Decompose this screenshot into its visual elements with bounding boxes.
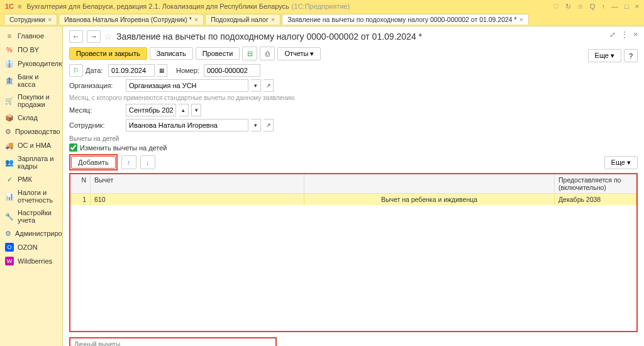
doc-title: Заявление на вычеты по подоходному налог… [116, 31, 422, 42]
calendar-icon[interactable]: ▦ [157, 64, 167, 77]
sidebar-item-poby[interactable]: %ПО BY [0, 43, 62, 57]
sidebar-item-salary[interactable]: 👥Зарплата и кадры [0, 152, 62, 172]
number-input[interactable] [204, 64, 260, 77]
personal-deduction-box: Личный вычеты Изменить личный вычет Код:… [69, 337, 277, 346]
max-icon[interactable]: □ [625, 3, 629, 11]
dropdown-icon[interactable]: ▾ [251, 119, 261, 131]
sidebar-item-production[interactable]: ⚙Производство [0, 125, 62, 138]
tabs-bar: Сотрудники× Иванова Наталья Игоревна (Со… [0, 13, 644, 26]
emp-input[interactable] [126, 119, 248, 131]
title-bar: 1С ≡ Бухгалтерия для Беларуси, редакция … [0, 0, 644, 13]
sidebar-item-ozon[interactable]: OOZON [0, 240, 62, 254]
tab-employees[interactable]: Сотрудники× [4, 14, 57, 25]
month-input[interactable] [126, 104, 176, 116]
close-icon[interactable]: × [271, 16, 275, 23]
gear-icon: ⚙ [5, 229, 11, 238]
open-icon[interactable]: ↗ [264, 119, 274, 131]
reports-button[interactable]: Отчеты ▾ [277, 47, 321, 60]
spinner-down-icon[interactable]: ▾ [191, 104, 201, 116]
sidebar-item-assets[interactable]: 🚚ОС и НМА [0, 138, 62, 152]
personal-section-label: Личный вычеты [74, 341, 272, 346]
more-button[interactable]: Еще ▾ [588, 49, 621, 62]
org-input[interactable] [126, 79, 248, 92]
menu-icon[interactable]: ≡ [18, 3, 21, 10]
bell-icon[interactable]: ♡ [553, 3, 559, 11]
child-section-label: Вычеты на детей [69, 135, 638, 142]
wrench-icon: 🔧 [5, 212, 14, 221]
date-label: Дата: [86, 67, 106, 74]
col-v: Вычет [91, 174, 304, 193]
check-icon: ✓ [5, 175, 14, 184]
sidebar-item-bank[interactable]: 🏦Банк и касса [0, 70, 62, 91]
change-child-label: Изменить вычеты на детей [80, 144, 167, 152]
flag-icon[interactable]: ⚐ [69, 64, 83, 77]
post-button[interactable]: Провести [196, 47, 240, 60]
open-icon[interactable]: ↗ [264, 79, 274, 92]
tab-employee-card[interactable]: Иванова Наталья Игоревна (Сотрудник) *× [58, 14, 204, 25]
write-button[interactable]: Записать [150, 47, 193, 60]
star-icon[interactable]: ☆ [577, 3, 584, 11]
close-icon[interactable]: × [194, 16, 198, 23]
close-icon[interactable]: × [48, 16, 52, 23]
favorite-icon[interactable]: ☆ [104, 31, 113, 42]
sidebar-item-main[interactable]: ≡Главное [0, 29, 62, 43]
table-row[interactable]: 1 610 Вычет на ребенка и иждивенца Декаб… [70, 194, 636, 205]
sidebar-item-sales[interactable]: 🛒Покупки и продажи [0, 91, 62, 111]
org-label: Организация: [69, 82, 123, 89]
dropdown-icon[interactable]: ▾ [251, 79, 261, 92]
sidebar-item-settings[interactable]: 🔧Настройки учета [0, 206, 62, 226]
percent-icon: % [5, 45, 14, 54]
toolbar: Провести и закрыть Записать Провести ⊟ ⎙… [69, 47, 638, 60]
move-down-icon[interactable]: ↓ [140, 155, 155, 169]
sidebar: ≡Главное %ПО BY 👔Руководителю 🏦Банк и ка… [0, 26, 63, 346]
forward-button[interactable]: → [87, 30, 101, 43]
table-more-button[interactable]: Еще ▾ [604, 156, 638, 169]
manager-icon: 👔 [5, 59, 14, 68]
add-button[interactable]: Добавить [71, 156, 116, 169]
menu-dots-icon[interactable]: ⋮ [621, 30, 628, 39]
spinner-up-icon[interactable]: ▴ [179, 104, 189, 116]
help-button[interactable]: ? [624, 49, 638, 62]
col-end: Предоставляется по (включительно) [555, 174, 636, 193]
hint-text: Месяц, с которого применяются стандартны… [69, 94, 638, 101]
print-icon[interactable]: ⎙ [260, 47, 275, 60]
dk-icon[interactable]: ⊟ [242, 47, 257, 60]
deductions-table: N Вычет Предоставляется по (включительно… [69, 173, 638, 332]
open-icon[interactable]: ⤢ [609, 30, 616, 39]
sidebar-item-wildberries[interactable]: WWildberries [0, 254, 62, 268]
box-icon: 📦 [5, 113, 14, 122]
truck-icon: 🚚 [5, 141, 14, 150]
cart-icon: 🛒 [5, 96, 14, 105]
close-doc-icon[interactable]: × [633, 30, 638, 39]
emp-label: Сотрудник: [69, 121, 123, 129]
sidebar-item-manager[interactable]: 👔Руководителю [0, 57, 62, 70]
ozon-icon: O [5, 243, 14, 252]
history-icon[interactable]: ↻ [565, 3, 571, 11]
close-icon[interactable]: × [519, 16, 523, 23]
number-label: Номер: [176, 67, 201, 74]
back-button[interactable]: ← [69, 30, 83, 43]
home-icon: ≡ [5, 31, 14, 40]
app-title: Бухгалтерия для Беларуси, редакция 2.1. … [26, 3, 289, 10]
tab-deduction-statement[interactable]: Заявление на вычеты по подоходному налог… [282, 14, 529, 25]
sidebar-item-warehouse[interactable]: 📦Склад [0, 111, 62, 125]
col-desc [304, 174, 555, 193]
sidebar-item-rmk[interactable]: ✓РМК [0, 172, 62, 186]
change-child-checkbox[interactable] [69, 143, 77, 152]
post-close-button[interactable]: Провести и закрыть [69, 47, 147, 60]
sidebar-item-taxes[interactable]: 📊Налоги и отчетность [0, 186, 62, 206]
people-icon: 👥 [5, 158, 14, 167]
min-icon[interactable]: — [611, 3, 618, 11]
search-icon[interactable]: Q [590, 3, 596, 11]
tab-income-tax[interactable]: Подоходный налог× [205, 14, 280, 25]
wb-icon: W [5, 257, 14, 265]
bank-icon: 🏦 [5, 76, 14, 85]
chart-icon: 📊 [5, 192, 14, 201]
window-controls: ♡ ↻ ☆ Q ↑ — □ × [553, 3, 639, 11]
move-up-icon[interactable]: ↑ [121, 155, 136, 169]
col-n: N [70, 174, 91, 193]
sidebar-item-admin[interactable]: ⚙Администрирование [0, 226, 62, 240]
close-icon[interactable]: × [635, 3, 639, 11]
date-input[interactable] [108, 64, 155, 77]
user-icon[interactable]: ↑ [601, 3, 605, 11]
